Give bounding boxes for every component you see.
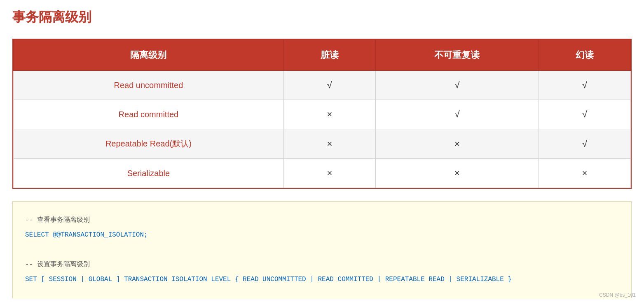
col-header-level: 隔离级别 [14, 40, 284, 71]
isolation-table-container: 隔离级别 脏读 不可重复读 幻读 Read uncommitted √ √ √ … [12, 39, 632, 189]
phantom-value: √ [539, 71, 630, 100]
isolation-table: 隔离级别 脏读 不可重复读 幻读 Read uncommitted √ √ √ … [13, 39, 631, 188]
dirty-read-value: × [283, 159, 375, 188]
non-repeatable-value: × [375, 129, 539, 159]
code-line-1: SELECT @@TRANSACTION_ISOLATION; [25, 228, 619, 242]
phantom-value: √ [539, 129, 630, 159]
dirty-read-value: × [283, 100, 375, 129]
dirty-read-value: √ [283, 71, 375, 100]
table-row: Serializable × × × [14, 159, 631, 188]
dirty-read-value: × [283, 129, 375, 159]
table-row: Read uncommitted √ √ √ [14, 71, 631, 100]
code-line-2: SET [ SESSION | GLOBAL ] TRANSACTION ISO… [25, 273, 619, 286]
code-comment-2: -- 设置事务隔离级别 [25, 258, 619, 271]
level-name: Read committed [14, 100, 284, 129]
col-header-phantom: 幻读 [539, 40, 630, 71]
col-header-non-repeatable: 不可重复读 [375, 40, 539, 71]
code-spacer [25, 243, 619, 256]
table-row: Read committed × √ √ [14, 100, 631, 129]
level-name: Read uncommitted [14, 71, 284, 100]
table-header-row: 隔离级别 脏读 不可重复读 幻读 [14, 40, 631, 71]
col-header-dirty-read: 脏读 [283, 40, 375, 71]
code-block: -- 查看事务隔离级别 SELECT @@TRANSACTION_ISOLATI… [12, 201, 632, 298]
non-repeatable-value: √ [375, 71, 539, 100]
page-title: 事务隔离级别 [12, 8, 632, 26]
level-name: Repeatable Read(默认) [14, 129, 284, 159]
non-repeatable-value: × [375, 159, 539, 188]
non-repeatable-value: √ [375, 100, 539, 129]
table-row: Repeatable Read(默认) × × √ [14, 129, 631, 159]
watermark: CSDN @bs_101 [599, 292, 636, 298]
phantom-value: √ [539, 100, 630, 129]
code-comment-1: -- 查看事务隔离级别 [25, 214, 619, 227]
phantom-value: × [539, 159, 630, 188]
level-name: Serializable [14, 159, 284, 188]
